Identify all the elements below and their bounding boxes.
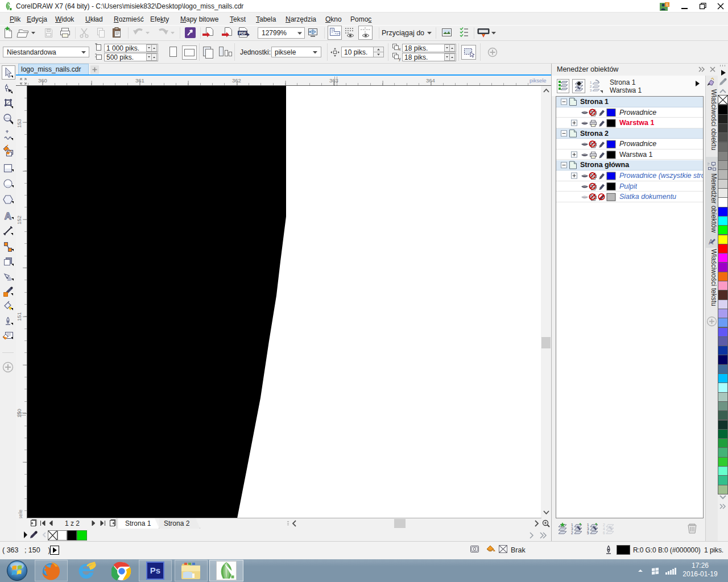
svg-text:3: 3 — [571, 527, 573, 531]
svg-text:2: 2 — [603, 523, 605, 527]
svg-text:6: 6 — [603, 531, 605, 535]
svg-text:5: 5 — [587, 531, 589, 535]
svg-text:2: 2 — [571, 531, 573, 535]
svg-text:1: 1 — [587, 523, 589, 527]
svg-text:1: 1 — [571, 523, 573, 527]
svg-text:4: 4 — [603, 527, 605, 531]
svg-text:3: 3 — [587, 527, 589, 531]
